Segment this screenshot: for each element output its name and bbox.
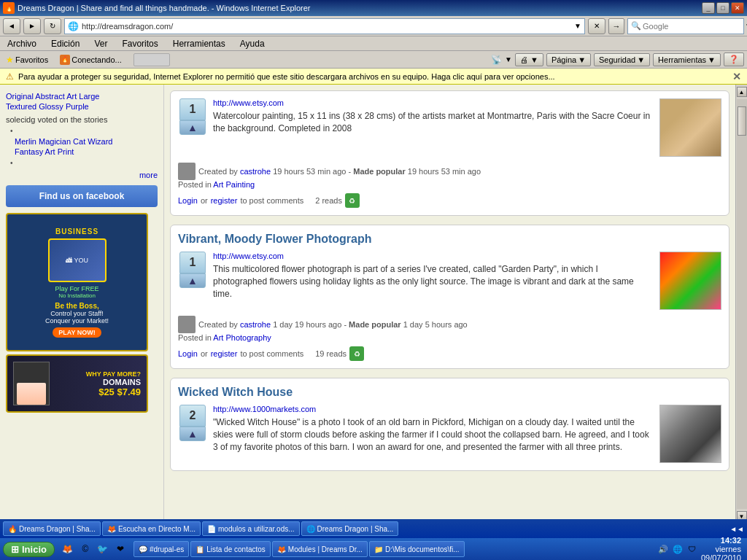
tray-icon-2[interactable]: 🌐 — [672, 543, 684, 555]
article-2-share-icon[interactable]: ♻ — [349, 346, 364, 361]
menu-edicion[interactable]: Edición — [47, 37, 84, 50]
article-2-cat1[interactable]: Art — [213, 333, 223, 342]
domains-ad-box[interactable]: WHY PAY MORE? DOMAINS $25 $7.49 — [6, 354, 148, 413]
sidebar-voted-link-1[interactable]: Merlin Magician Cat Wizard — [15, 137, 158, 146]
article-2-author[interactable]: castrohe — [240, 320, 271, 329]
person-silhouette — [17, 383, 46, 405]
menu-herramientas[interactable]: Herramientas — [169, 37, 230, 50]
security-button[interactable]: Seguridad ▼ — [594, 53, 650, 66]
help-button[interactable]: ❓ — [724, 52, 744, 66]
scroll-thumb[interactable] — [738, 106, 746, 136]
warning-icon: ⚠ — [6, 71, 14, 82]
article-3-vote: 2 ▲ — [178, 405, 207, 463]
article-3-vote-up[interactable]: ▲ — [179, 427, 206, 441]
article-1-cat2[interactable]: Painting — [225, 180, 255, 189]
tray-icon-shield[interactable]: 🛡 — [686, 543, 698, 555]
ad1-line6: Conquer your Market! — [45, 317, 109, 324]
security-message: Para ayudar a proteger su seguridad, Int… — [18, 72, 555, 81]
menu-archivo[interactable]: Archivo — [3, 37, 41, 50]
article-2-image — [659, 252, 721, 310]
stop-button[interactable]: ✕ — [588, 18, 605, 34]
taskbar2-item-1-label: Dreams Dragon | Sha... — [19, 525, 96, 533]
tray-icon-1[interactable]: 🔊 — [657, 543, 669, 555]
taskbar2-item-2[interactable]: 🦊 Escucha en Directo M... — [102, 521, 201, 536]
minimize-button[interactable]: _ — [702, 2, 715, 14]
tab-placeholder[interactable] — [133, 53, 170, 66]
menu-favoritos[interactable]: Favoritos — [117, 37, 162, 50]
article-1-posted: Posted in Art Painting — [178, 180, 721, 189]
clock-time: 14:32 — [701, 536, 741, 545]
sidebar-voted-link-2[interactable]: Fantasy Art Print — [15, 147, 158, 156]
close-button[interactable]: ✕ — [731, 2, 744, 14]
article-3-image — [659, 405, 721, 463]
taskbar-heart-icon[interactable]: ❤ — [113, 542, 128, 556]
favorites-bar: ★ Favoritos 🔥 Conectando... 📡 ▼ 🖨 ▼ Pági… — [0, 51, 747, 69]
page-button[interactable]: Página ▼ — [546, 53, 591, 66]
taskbar2-item-3[interactable]: 📄 modulos a utilizar.ods... — [202, 521, 300, 536]
maximize-button[interactable]: □ — [716, 2, 729, 14]
start-button[interactable]: ⊞ Inicio — [3, 542, 55, 557]
taskbar-item-2[interactable]: 📋 Lista de contactos — [190, 541, 271, 557]
article-1-url[interactable]: http://www.etsy.com — [213, 98, 654, 107]
article-2-title[interactable]: Vibrant, Moody Flower Photograph — [178, 233, 721, 246]
article-1-vote-up[interactable]: ▲ — [179, 120, 206, 135]
address-field[interactable]: 🌐 http://dreamsdragon.com/ ▼ — [64, 18, 585, 34]
article-3-title[interactable]: Wicked Witch House — [178, 386, 721, 399]
game-ad-box[interactable]: BUSINESS 🏙 YOU Play For FREE No Installa… — [6, 213, 148, 351]
security-close-button[interactable]: ✕ — [732, 71, 741, 82]
sidebar-link-1[interactable]: Original Abstract Art Large — [6, 92, 158, 101]
go-button[interactable]: → — [608, 18, 624, 34]
search-input[interactable] — [643, 22, 743, 31]
feed-icon[interactable]: 📡 — [491, 55, 502, 65]
article-2-meta-text: Created by castrohe 1 day 19 hours ago -… — [198, 320, 721, 329]
ad1-play-button[interactable]: PLAY NOW! — [53, 327, 101, 338]
article-2-footer: Login or register to post comments 19 re… — [178, 346, 721, 361]
security-warning-bar[interactable]: ⚠ Para ayudar a proteger su seguridad, I… — [0, 69, 747, 85]
menu-ver[interactable]: Ver — [90, 37, 112, 50]
taskbar2-item-1-icon: 🔥 — [8, 525, 17, 533]
article-2-cat2[interactable]: Photography — [225, 333, 271, 342]
taskbar2-item-1[interactable]: 🔥 Dreams Dragon | Sha... — [3, 521, 101, 536]
window-title: Dreams Dragon | Share and find all thing… — [18, 4, 311, 12]
article-2-vote-up[interactable]: ▲ — [179, 273, 206, 288]
menu-ayuda[interactable]: Ayuda — [236, 37, 269, 50]
scroll-up-button[interactable]: ▲ — [737, 87, 747, 97]
scroll-track[interactable] — [737, 99, 747, 509]
article-2-post: to post comments — [240, 349, 303, 358]
taskbar2-item-4[interactable]: 🌐 Dreams Dragon | Sha... — [301, 521, 399, 536]
article-2-url[interactable]: http://www.etsy.com — [213, 252, 654, 260]
taskbar-item-3[interactable]: 🦊 Modules | Dreams Dr... — [272, 541, 368, 557]
article-1-cat1[interactable]: Art — [213, 180, 223, 189]
article-1: 1 ▲ http://www.etsy.com Watercolour pain… — [170, 90, 729, 216]
connecting-tab[interactable]: 🔥 Conectando... — [57, 53, 125, 66]
ad1-line3: No Installation — [58, 292, 96, 299]
feed-dropdown[interactable]: ▼ — [505, 55, 512, 63]
taskbar-item-4[interactable]: 📁 D:\Mis documentos\fi... — [369, 541, 465, 557]
tools-button[interactable]: Herramientas ▼ — [653, 53, 721, 66]
refresh-button[interactable]: ↻ — [44, 18, 61, 34]
forward-button[interactable]: ► — [23, 18, 41, 34]
taskbar2-item-2-icon: 🦊 — [107, 525, 116, 533]
article-2-login[interactable]: Login — [178, 349, 198, 358]
print-button[interactable]: 🖨 ▼ — [515, 53, 543, 66]
ad1-game-image: 🏙 YOU — [48, 238, 107, 282]
sidebar-link-2[interactable]: Textured Glossy Purple — [6, 102, 158, 111]
article-1-register[interactable]: register — [211, 196, 238, 205]
sidebar-more-link[interactable]: more — [6, 171, 158, 179]
taskbar2-item-4-label: Dreams Dragon | Sha... — [317, 525, 394, 533]
taskbar-copyright-icon[interactable]: © — [78, 542, 93, 556]
taskbar-item-1[interactable]: 💬 #drupal-es — [133, 541, 189, 557]
title-bar-buttons[interactable]: _ □ ✕ — [702, 2, 744, 14]
article-1-share-icon[interactable]: ♻ — [345, 193, 360, 208]
scrollbar[interactable]: ▲ ▼ — [735, 85, 747, 524]
taskbar-firefox-icon[interactable]: 🦊 — [61, 542, 75, 556]
article-2-register[interactable]: register — [211, 349, 238, 358]
article-1-login[interactable]: Login — [178, 196, 198, 205]
back-button[interactable]: ◄ — [3, 18, 20, 34]
article-1-author[interactable]: castrohe — [240, 167, 271, 176]
article-3-url[interactable]: http://www.1000markets.com — [213, 405, 654, 413]
facebook-button[interactable]: Find us on facebook — [6, 185, 158, 207]
taskbar-bird-icon[interactable]: 🐦 — [96, 542, 110, 556]
favorites-button[interactable]: ★ Favoritos — [3, 53, 51, 66]
dropdown-arrow[interactable]: ▼ — [574, 22, 581, 30]
